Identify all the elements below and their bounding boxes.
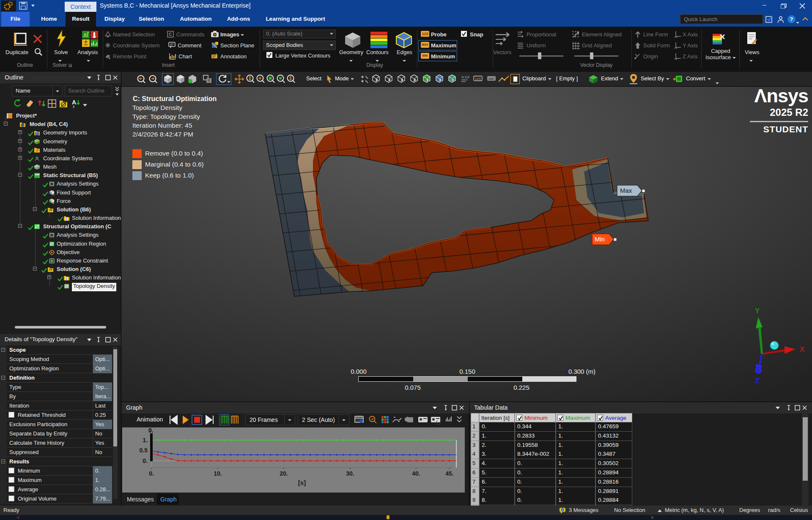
svg-text:ABC: ABC [488,77,494,80]
svg-text:30.: 30. [346,470,354,477]
svg-text:X,Y,Z: X,Y,Z [461,75,469,79]
svg-text:Min: Min [595,235,605,243]
svg-text:0.: 0. [149,470,154,477]
svg-text:45.: 45. [445,470,453,477]
svg-text:Max: Max [620,187,632,194]
svg-text:40.: 40. [412,470,420,477]
svg-text:10.: 10. [214,470,222,477]
svg-text:0.075: 0.075 [405,384,421,391]
svg-text:0.: 0. [143,457,148,464]
svg-text:0.5: 0.5 [140,447,148,454]
svg-text:[s]: [s] [298,479,306,486]
svg-text:0.: 0. [148,427,154,434]
svg-text:0.150: 0.150 [459,368,475,375]
svg-text:123: 123 [475,77,481,81]
svg-text:Y: Y [755,307,760,315]
svg-text:0.225: 0.225 [513,384,529,391]
svg-text:Z: Z [755,377,759,385]
svg-text:0.000: 0.000 [351,368,367,375]
svg-text:X: X [800,345,805,353]
svg-text:20.: 20. [280,470,288,477]
svg-text:1.: 1. [143,437,148,443]
svg-text:0.300 (m): 0.300 (m) [568,368,595,375]
svg-text:C: C [169,32,172,37]
